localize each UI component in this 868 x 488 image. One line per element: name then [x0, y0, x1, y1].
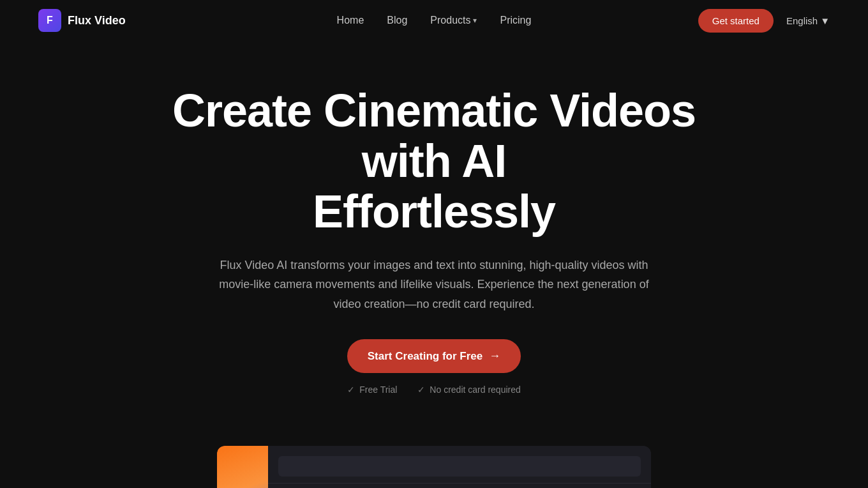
demo-top-bar	[268, 446, 651, 484]
nav-products-label: Products	[430, 15, 470, 26]
check-icon-trial: ✓	[347, 385, 355, 395]
trust-badge-no-card: ✓ No credit card required	[417, 385, 520, 395]
cta-label: Start Creating for Free	[368, 350, 483, 363]
demo-container: Add End Frame Parameter Settings Creativ…	[217, 446, 651, 488]
demo-right-panel: Add End Frame Parameter Settings Creativ…	[268, 446, 651, 488]
nav-home[interactable]: Home	[337, 15, 364, 26]
logo[interactable]: F Flux Video	[38, 9, 126, 32]
trust-badges: ✓ Free Trial ✓ No credit card required	[64, 385, 804, 395]
chevron-down-icon: ▾	[473, 16, 477, 25]
hero-subtitle: Flux Video AI transforms your images and…	[204, 255, 664, 314]
nav-right: Get started English ▼	[698, 9, 830, 33]
language-selector[interactable]: English ▼	[786, 15, 830, 26]
nav-links: Home Blog Products ▾ Pricing	[337, 15, 532, 26]
get-started-button[interactable]: Get started	[698, 9, 774, 33]
logo-icon: F	[38, 9, 61, 32]
lang-arrow-icon: ▼	[820, 15, 830, 26]
demo-add-end-frame-section: Add End Frame	[268, 484, 651, 488]
logo-text: Flux Video	[68, 14, 126, 27]
check-icon-no-card: ✓	[417, 385, 425, 395]
nav-products[interactable]: Products ▾	[430, 15, 477, 26]
nav-pricing[interactable]: Pricing	[500, 15, 531, 26]
demo-input-bar[interactable]	[278, 456, 641, 477]
demo-panel: Add End Frame Parameter Settings Creativ…	[217, 446, 651, 488]
cta-button[interactable]: Start Creating for Free →	[347, 339, 521, 373]
navbar: F Flux Video Home Blog Products ▾ Pricin…	[0, 0, 868, 41]
no-card-label: No credit card required	[430, 385, 520, 395]
arrow-icon: →	[489, 349, 500, 363]
trial-label: Free Trial	[359, 385, 397, 395]
demo-image-strip	[217, 446, 268, 488]
demo-area: Add End Frame Parameter Settings Creativ…	[0, 420, 868, 488]
trust-badge-trial: ✓ Free Trial	[347, 385, 397, 395]
nav-blog[interactable]: Blog	[387, 15, 407, 26]
hero-title: Create Cinematic Videos with AI Effortle…	[147, 86, 721, 238]
lang-label: English	[786, 15, 818, 26]
hero-section: Create Cinematic Videos with AI Effortle…	[0, 41, 868, 420]
